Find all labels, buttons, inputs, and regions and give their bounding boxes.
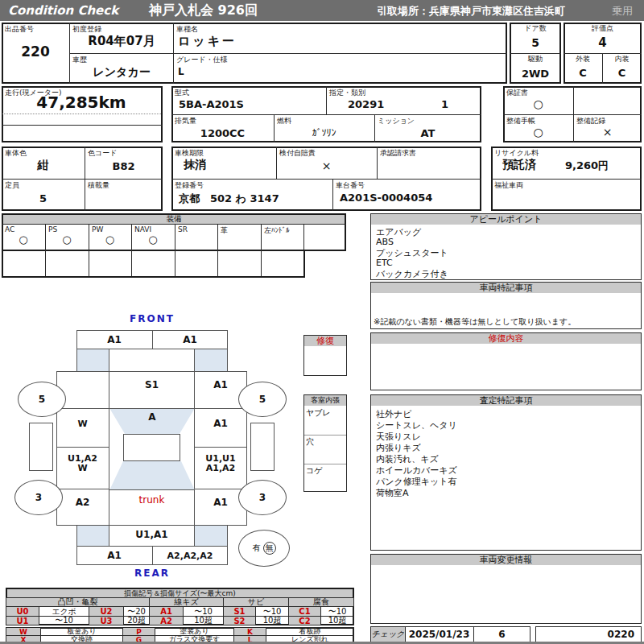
rear-left-fender-damage: A2 bbox=[56, 496, 109, 509]
check-date: 2025/01/23 bbox=[405, 626, 473, 642]
equipment-leather-label: 革 bbox=[221, 225, 228, 236]
class-sub-number: 1 bbox=[441, 98, 448, 110]
displacement: 1200CC bbox=[171, 125, 274, 141]
spare-no-label: 無 bbox=[263, 542, 276, 555]
assessment-item: 内張りキズ bbox=[376, 442, 421, 454]
cabin-burn-label: コゲ bbox=[306, 465, 322, 477]
divider bbox=[503, 114, 642, 115]
history: レンタカー bbox=[71, 63, 172, 82]
recycle-fee: 9,260円 bbox=[565, 159, 609, 173]
front-bumper-left-damage: A1 bbox=[76, 333, 152, 346]
auction-title: 神戸入札会 926回 bbox=[149, 2, 258, 19]
divider bbox=[2, 224, 346, 225]
front-left-wheel: 5 bbox=[18, 382, 66, 417]
score-label: 評価点 bbox=[564, 24, 642, 33]
assessment-item: 内装汚れ、キズ bbox=[376, 453, 439, 465]
brand-logo: Condition Check bbox=[8, 3, 118, 18]
equipment-sr-label: SR bbox=[178, 225, 188, 233]
drive: 2WD bbox=[510, 64, 561, 82]
windshield-damage: A bbox=[109, 411, 195, 423]
assessment-item: 天張りスレ bbox=[376, 431, 421, 443]
divider bbox=[304, 435, 346, 436]
legend-size: 20超 bbox=[123, 616, 150, 625]
capacity: 5 bbox=[2, 188, 85, 208]
rear-bumper-right-damage: A2,A2,A2 bbox=[152, 549, 228, 562]
equipment-row2 bbox=[2, 250, 305, 278]
welfare-label: 福祉車両 bbox=[494, 180, 523, 191]
cabin-lining-header: 客室内張 bbox=[304, 395, 346, 406]
appeal-item: ETC bbox=[376, 258, 393, 268]
color-code: B82 bbox=[85, 156, 163, 175]
divider bbox=[2, 125, 163, 126]
maintenance-book-mark: ○ bbox=[503, 124, 573, 140]
divider bbox=[56, 489, 109, 489]
assessment-item: ホイールカバーキズ bbox=[376, 464, 457, 477]
recycle-status: 預託済 bbox=[502, 158, 536, 172]
interior-grade: C bbox=[602, 64, 642, 80]
class-number: 20291 bbox=[348, 98, 384, 110]
appeal-item: ABS bbox=[376, 237, 394, 247]
equipment-ps-mark: ○ bbox=[45, 232, 89, 246]
front-bumper-right-damage: A1 bbox=[152, 333, 228, 346]
appeal-item: バックカメラ付き bbox=[376, 268, 448, 280]
score: 4 bbox=[564, 34, 642, 52]
exterior-grade: C bbox=[564, 64, 602, 80]
front-right-wheel: 5 bbox=[238, 382, 287, 417]
appeal-header: アピールポイント bbox=[371, 214, 641, 225]
divider bbox=[194, 408, 247, 409]
legend-size: 10超 bbox=[320, 616, 354, 625]
vehicle-notes-disclaimer: ※記載のない書類・機器等は無しとして取り扱います。 bbox=[374, 316, 576, 328]
doors: 5 bbox=[510, 34, 561, 52]
front-right-fender-damage: A1 bbox=[194, 378, 247, 391]
roof-panel bbox=[123, 434, 180, 461]
rear-left-door-damage: U1,A2 bbox=[56, 453, 109, 463]
divider bbox=[2, 114, 161, 114]
legend-size: 10超 bbox=[255, 616, 289, 625]
legend-code: U3 bbox=[89, 616, 124, 625]
divider bbox=[171, 114, 481, 115]
pickup-location: 引取場所：兵庫県神戸市東灘区住吉浜町 bbox=[377, 4, 565, 19]
divider bbox=[175, 224, 175, 276]
legend-size: 〜10 bbox=[39, 616, 89, 625]
check-number: 0220 bbox=[535, 626, 642, 642]
grade-label: グレード・仕様 bbox=[176, 55, 228, 65]
divider bbox=[56, 408, 109, 409]
legend-code: S2 bbox=[223, 616, 256, 625]
trunk-label: trunk bbox=[109, 494, 195, 506]
divider bbox=[194, 489, 247, 489]
drive-label: 駆動 bbox=[510, 55, 561, 64]
legend-code: C2 bbox=[288, 616, 321, 625]
rear-window bbox=[109, 461, 195, 490]
assessment-item: シートスレ、ヘタリ bbox=[376, 419, 457, 431]
assessment-item: 荷物室A bbox=[376, 487, 409, 499]
title-bar: Condition Check 神戸入札会 926回 引取場所：兵庫県神戸市東灘… bbox=[0, 0, 644, 21]
repair-details-header: 修復内容 bbox=[371, 333, 641, 344]
divider bbox=[303, 224, 304, 250]
auction-sheet: Condition Check 神戸入札会 926回 引取場所：兵庫県神戸市東灘… bbox=[0, 0, 644, 644]
approval-label: 承認請求書 bbox=[380, 148, 416, 159]
legend-code: U1 bbox=[6, 616, 39, 625]
equipment-ac-mark: ○ bbox=[2, 232, 45, 246]
rear-panel-damage: U1,A1 bbox=[109, 528, 195, 541]
type-code-label: 型式 bbox=[175, 88, 189, 98]
fuel: ｶﾞｿﾘﾝ bbox=[274, 125, 374, 141]
rear-corner-left bbox=[76, 526, 109, 546]
check-label: チェック bbox=[370, 626, 406, 642]
inspection-status: 抹消 bbox=[184, 158, 206, 172]
divider bbox=[304, 464, 346, 464]
assessment-item: 社外ナビ bbox=[376, 408, 412, 420]
divider bbox=[194, 447, 247, 448]
divider bbox=[261, 224, 262, 276]
chassis-number-label: 車台番号 bbox=[336, 180, 365, 191]
divider bbox=[332, 179, 333, 211]
grade: L bbox=[178, 66, 184, 77]
rear-right-wheel: 3 bbox=[238, 480, 287, 515]
divider bbox=[2, 179, 163, 180]
change-info-header: 車両変更情報 bbox=[371, 555, 641, 565]
equipment-navi-mark: ○ bbox=[131, 232, 175, 246]
hood-damage: S1 bbox=[109, 378, 195, 391]
cabin-hole-label: 穴 bbox=[306, 436, 314, 448]
insurance-mark: × bbox=[276, 156, 377, 175]
front-label: FRONT bbox=[103, 313, 201, 324]
divider bbox=[69, 53, 507, 54]
